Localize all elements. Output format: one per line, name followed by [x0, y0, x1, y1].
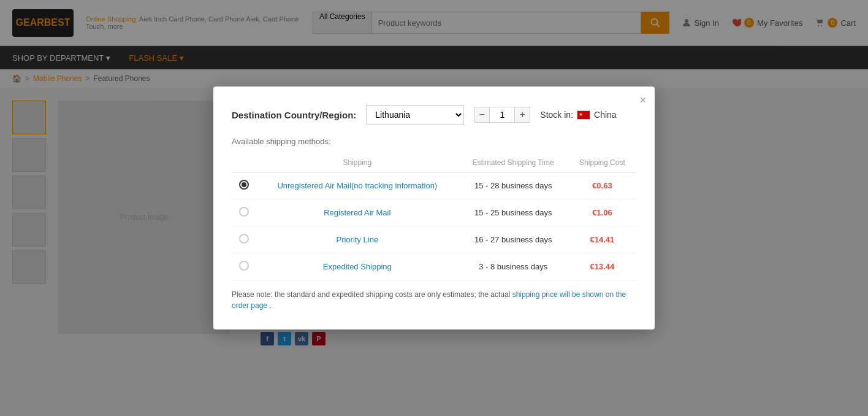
col-shipping: Shipping: [256, 153, 459, 172]
radio-expedited[interactable]: [239, 261, 249, 271]
radio-cell-registered_air[interactable]: [232, 199, 256, 226]
shipping-cost-expedited: €13.44: [568, 253, 636, 280]
method-label-priority_line[interactable]: Priority Line: [336, 235, 378, 244]
modal-overlay: × Destination Country/Region: Lithuania …: [0, 0, 868, 416]
shipping-cost-registered_air: €1.06: [568, 199, 636, 226]
shipping-cost-unregistered_air: €0.63: [568, 172, 636, 199]
shipping-time-expedited: 3 - 8 business days: [459, 253, 568, 280]
shipping-row-priority_line: Priority Line 16 - 27 business days €14.…: [232, 226, 636, 253]
available-methods-label: Available shipping methods:: [232, 137, 636, 146]
col-estimated-time: Estimated Shipping Time: [459, 153, 568, 172]
shipping-time-registered_air: 15 - 25 business days: [459, 199, 568, 226]
shipping-table: Shipping Estimated Shipping Time Shippin…: [232, 153, 636, 280]
shipping-time-unregistered_air: 15 - 28 business days: [459, 172, 568, 199]
stock-in-label: Stock in: China: [540, 110, 616, 120]
radio-cell-unregistered_air[interactable]: [232, 172, 256, 199]
col-cost: Shipping Cost: [568, 153, 636, 172]
shipping-row-unregistered_air: Unregistered Air Mail(no tracking inform…: [232, 172, 636, 199]
quantity-increase[interactable]: +: [514, 107, 530, 123]
shipping-time-priority_line: 16 - 27 business days: [459, 226, 568, 253]
destination-label: Destination Country/Region:: [232, 110, 356, 120]
method-label-registered_air[interactable]: Registered Air Mail: [324, 208, 390, 217]
country-select[interactable]: Lithuania Germany France United Kingdom …: [366, 105, 464, 125]
shipping-row-registered_air: Registered Air Mail 15 - 25 business day…: [232, 199, 636, 226]
method-label-expedited[interactable]: Expedited Shipping: [323, 262, 392, 271]
china-flag: [577, 110, 590, 120]
modal-close-button[interactable]: ×: [639, 94, 646, 107]
quantity-decrease[interactable]: −: [474, 107, 490, 123]
shipping-note: Please note: the standard and expedited …: [232, 289, 636, 311]
method-name-expedited[interactable]: Expedited Shipping: [256, 253, 459, 280]
radio-registered_air[interactable]: [239, 207, 249, 217]
method-name-registered_air[interactable]: Registered Air Mail: [256, 199, 459, 226]
radio-priority_line[interactable]: [239, 234, 249, 244]
quantity-control: − +: [474, 107, 530, 123]
method-name-unregistered_air[interactable]: Unregistered Air Mail(no tracking inform…: [256, 172, 459, 199]
radio-cell-priority_line[interactable]: [232, 226, 256, 253]
col-radio: [232, 153, 256, 172]
method-name-priority_line[interactable]: Priority Line: [256, 226, 459, 253]
quantity-input[interactable]: [490, 107, 514, 123]
modal-header: Destination Country/Region: Lithuania Ge…: [232, 105, 636, 125]
shipping-cost-priority_line: €14.41: [568, 226, 636, 253]
shipping-modal: × Destination Country/Region: Lithuania …: [213, 87, 655, 329]
method-label-unregistered_air[interactable]: Unregistered Air Mail(no tracking inform…: [277, 181, 437, 190]
radio-cell-expedited[interactable]: [232, 253, 256, 280]
radio-unregistered_air[interactable]: [239, 180, 249, 190]
shipping-row-expedited: Expedited Shipping 3 - 8 business days €…: [232, 253, 636, 280]
